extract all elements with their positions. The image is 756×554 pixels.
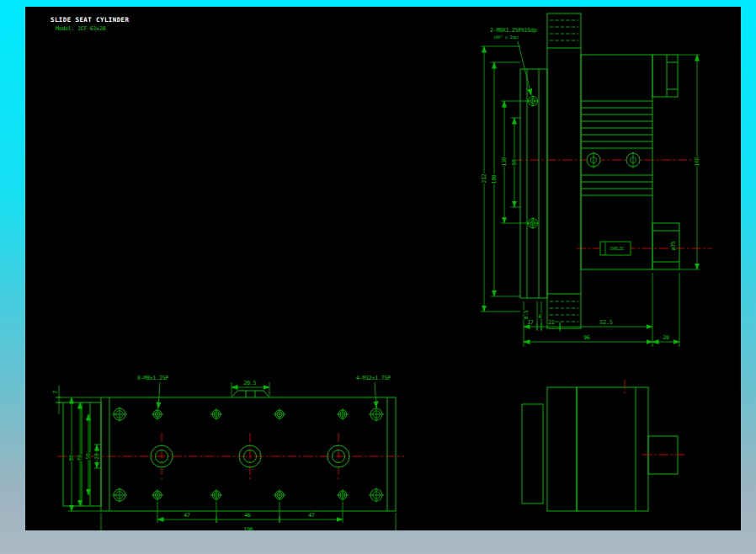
cad-application-window: SLIDE SEAT CYLINDER Model: JCF 63x20 [0,0,756,554]
dim-212-label: 212 [481,173,487,183]
dim-4-label: 4 [538,313,541,320]
top-view: 8-M8x1.25P 4-M12x1.75P 20.5 [52,375,404,530]
dim-7-label: 7 [52,391,59,394]
top-view-holes [112,407,384,503]
dim-46-label: 46 [244,512,251,519]
callout-m12-holes: 4-M12x1.75P [356,375,391,381]
side-view-holes [527,95,641,229]
dim-8-5-label: 8.5 [523,310,530,319]
callout-tapped-holes-note: (60° x 2dp) [493,35,519,40]
dim-28-label: 28 [93,453,100,460]
callout-m8-holes: 8-M8x1.25P [137,375,168,381]
dim-47a-label: 47 [184,512,190,519]
callout-tapped-holes: 2-M8X1.25PX15dp [490,27,537,34]
dim-78-label: 78 [77,455,83,461]
side-view-geometry [520,13,679,328]
callout-leader-line [518,41,531,95]
dim-190-label: 190 [243,526,253,530]
dim-166-label: 166 [694,157,700,166]
product-title: SLIDE SEAT CYLINDER [51,16,129,24]
dim-50-label: 50 [85,453,92,460]
dim-47b-label: 47 [308,512,315,519]
side-view-callout: 2-M8X1.25PX15dp (60° x 2dp) [490,27,537,95]
brand-nameplate: CHELIC [600,242,631,255]
side-view: CHELIC 2-M8X1.25PX15dp (60° x 2dp) [481,13,711,347]
top-view-dimensions: 20.5 7 80 78 50 [52,380,396,530]
dim-dia75-label: ø75 [670,241,677,250]
end-view-geometry [522,387,678,511]
top-view-geometry [63,391,396,511]
dim-17-label: 17 [527,319,534,326]
dim-96-label: 96 [583,334,590,341]
dim-52-5-label: 52.5 [600,319,613,326]
end-view [522,380,684,511]
callout-m12-leader [375,382,376,408]
brand-nameplate-text: CHELIC [610,246,625,251]
dim-98-label: 98 [511,159,518,166]
sensor-rail-notch [232,391,269,397]
dim-20-5-label: 20.5 [244,380,257,386]
model-label: Model: JCF 63x20 [56,25,106,32]
dim-80-label: 80 [68,455,75,461]
side-view-dimensions: 212 180 130 98 166 ø75 [481,46,700,347]
callout-m8-leader [158,382,160,408]
cad-viewport[interactable]: SLIDE SEAT CYLINDER Model: JCF 63x20 [25,7,741,530]
cad-drawing: SLIDE SEAT CYLINDER Model: JCF 63x20 [25,7,741,530]
title-block: SLIDE SEAT CYLINDER Model: JCF 63x20 [51,16,129,32]
dim-22-label: 22 [548,319,555,326]
side-view-centerlines [514,160,711,248]
dim-20-label: 20 [663,334,669,341]
dim-180-label: 180 [491,174,498,184]
end-view-centerlines [625,380,684,455]
dim-130-label: 130 [501,157,508,166]
